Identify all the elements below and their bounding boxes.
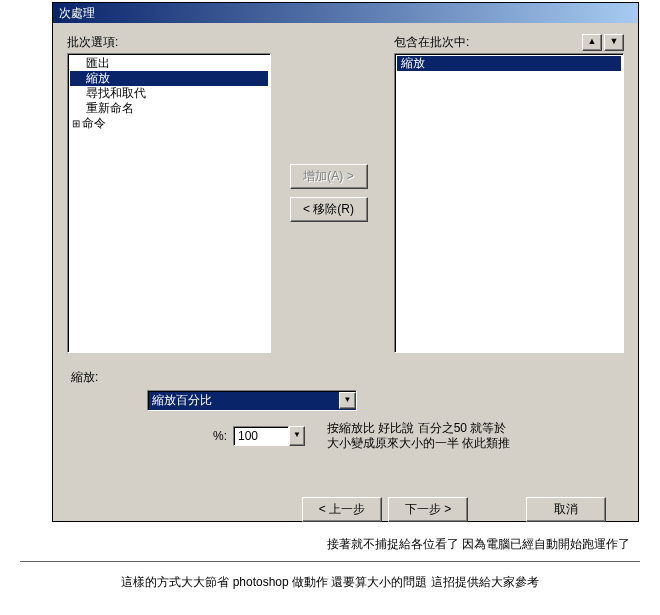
- chevron-down-icon: ▼: [339, 392, 356, 409]
- option-item[interactable]: 匯出: [70, 56, 268, 71]
- tree-root-commands[interactable]: 命令: [70, 116, 268, 131]
- percent-input[interactable]: [233, 426, 289, 446]
- options-listbox[interactable]: 匯出縮放尋找和取代重新命名命令: [67, 53, 271, 353]
- prev-button[interactable]: < 上一步: [302, 497, 382, 522]
- options-label: 批次選項:: [67, 34, 118, 51]
- divider: [20, 561, 640, 562]
- footnote-text: 這樣的方式大大節省 photoshop 做動作 還要算大小的問題 這招提供給大家…: [0, 574, 660, 591]
- included-item[interactable]: 縮放: [397, 56, 621, 71]
- zoom-section-label: 縮放:: [71, 369, 624, 386]
- cancel-button[interactable]: 取消: [526, 497, 606, 522]
- option-item[interactable]: 縮放: [70, 71, 268, 86]
- add-button[interactable]: 增加(A) >: [290, 164, 368, 189]
- spinner-down-button[interactable]: ▼: [289, 426, 305, 446]
- titlebar: 次處理: [53, 3, 638, 23]
- zoom-mode-value: 縮放百分比: [148, 392, 339, 409]
- remove-button[interactable]: < 移除(R): [290, 197, 368, 222]
- move-up-button[interactable]: ▲: [582, 34, 602, 51]
- percent-label: %:: [213, 429, 227, 443]
- included-listbox[interactable]: 縮放: [394, 53, 624, 353]
- window-title: 次處理: [59, 6, 95, 20]
- option-item[interactable]: 尋找和取代: [70, 86, 268, 101]
- dialog-content: 批次選項: 匯出縮放尋找和取代重新命名命令 增加(A) > < 移除(R) 包含…: [53, 23, 638, 532]
- next-button[interactable]: 下一步 >: [388, 497, 468, 522]
- zoom-mode-combo[interactable]: 縮放百分比 ▼: [147, 390, 357, 411]
- included-label: 包含在批次中:: [394, 34, 469, 51]
- annotation-text: 按縮放比 好比說 百分之50 就等於 大小變成原來大小的一半 依此類推: [327, 421, 510, 451]
- caption-text: 接著就不捕捉給各位看了 因為電腦已經自動開始跑運作了: [0, 536, 630, 553]
- move-down-button[interactable]: ▼: [604, 34, 624, 51]
- batch-dialog: 次處理 批次選項: 匯出縮放尋找和取代重新命名命令 增加(A) > < 移除(R…: [52, 2, 639, 522]
- option-item[interactable]: 重新命名: [70, 101, 268, 116]
